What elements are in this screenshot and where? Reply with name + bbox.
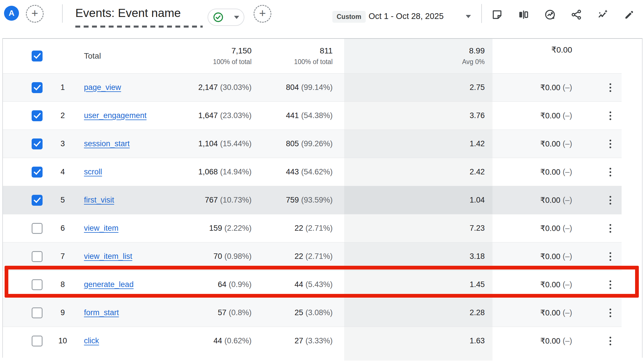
row-rank: 10	[45, 327, 80, 355]
total-revenue: ₹0.00	[551, 45, 572, 55]
event-count-pct: (10.73%)	[220, 196, 252, 205]
row-menu-kebab[interactable]	[608, 110, 612, 121]
dimension-validity-dropdown[interactable]	[208, 9, 244, 26]
event-name-link[interactable]: view_item_list	[84, 252, 132, 261]
insights-icon[interactable]	[544, 9, 556, 21]
row-menu-kebab[interactable]	[608, 307, 612, 318]
row-checkbox[interactable]	[32, 336, 43, 346]
report-title[interactable]: Events: Event name	[75, 6, 181, 20]
row-menu-kebab[interactable]	[608, 251, 612, 262]
add-metric-button[interactable]: +	[254, 5, 271, 23]
total-revenue-note: (–)	[563, 252, 572, 261]
table-footer-strip	[3, 355, 622, 361]
table-row: 1 page_view 2,147 (30.03%) 804 (99.14%) …	[3, 73, 622, 101]
row-checkbox[interactable]	[32, 279, 43, 290]
row-checkbox[interactable]	[32, 110, 43, 121]
plus-icon: +	[259, 7, 266, 19]
event-count: 2,147	[198, 83, 218, 92]
event-count-per-user: 3.18	[469, 252, 485, 261]
row-checkbox[interactable]	[32, 307, 43, 318]
total-users-value: 22	[294, 252, 303, 261]
event-count-per-user: 1.45	[469, 280, 485, 289]
event-name-link[interactable]: view_item	[84, 224, 118, 233]
add-comparison-button[interactable]: +	[26, 5, 44, 23]
edit-icon[interactable]	[623, 9, 635, 21]
event-name-link[interactable]: form_start	[84, 308, 119, 317]
row-menu-kebab[interactable]	[608, 82, 612, 93]
event-name-link[interactable]: first_visit	[84, 196, 114, 205]
date-range-selector[interactable]: Oct 1 - Oct 28, 2025	[369, 11, 444, 21]
event-count-pct: (14.94%)	[220, 167, 252, 176]
event-count-pct: (15.44%)	[220, 139, 252, 148]
plus-icon: +	[31, 7, 38, 19]
row-menu-kebab[interactable]	[608, 223, 612, 234]
total-per-user: 8.99	[469, 46, 485, 55]
sparkline-insights-icon[interactable]	[597, 9, 609, 21]
event-count-per-user: 7.23	[469, 224, 485, 233]
total-users-sub: 100% of total	[294, 58, 333, 66]
share-icon[interactable]	[570, 9, 582, 21]
event-count: 1,104	[198, 139, 218, 148]
row-menu-kebab[interactable]	[608, 167, 612, 178]
total-revenue-note: (–)	[563, 111, 572, 120]
total-event-count: 7,150	[231, 46, 252, 55]
event-name-link[interactable]: page_view	[84, 83, 121, 92]
event-count-per-user: 3.76	[469, 111, 485, 120]
event-count-pct: (2.22%)	[224, 224, 252, 233]
table-body: 1 page_view 2,147 (30.03%) 804 (99.14%) …	[3, 73, 642, 355]
event-count-per-user: 1.63	[469, 336, 485, 345]
event-count: 70	[213, 252, 222, 261]
total-users-pct: (93.59%)	[301, 196, 333, 205]
row-checkbox[interactable]	[32, 82, 43, 93]
total-revenue-note: (–)	[563, 167, 572, 176]
total-revenue-note: (–)	[563, 336, 572, 345]
total-revenue-note: (–)	[563, 83, 572, 92]
row-menu-kebab[interactable]	[608, 279, 612, 290]
table-row: 7 view_item_list 70 (0.98%) 22 (2.71%) 3…	[3, 242, 622, 270]
total-users-pct: (99.14%)	[301, 83, 333, 92]
avatar[interactable]: A	[4, 6, 19, 21]
row-checkbox[interactable]	[32, 138, 43, 149]
add-note-icon[interactable]	[491, 9, 503, 21]
table-total-row: Total 7,150 100% of total 811 100% of to…	[3, 39, 622, 73]
total-revenue-note: (–)	[563, 280, 572, 289]
row-rank: 5	[45, 186, 80, 214]
event-count-per-user: 2.42	[469, 167, 485, 176]
row-rank: 1	[45, 74, 80, 101]
event-count: 767	[205, 196, 218, 205]
event-count-per-user: 2.28	[469, 308, 485, 317]
event-count: 1,068	[198, 167, 218, 176]
row-rank: 9	[45, 299, 80, 327]
total-revenue-value: ₹0.00	[540, 336, 560, 346]
row-checkbox[interactable]	[32, 195, 43, 206]
total-users-value: 27	[294, 336, 303, 345]
total-users-value: 443	[286, 167, 299, 176]
row-menu-kebab[interactable]	[608, 138, 612, 149]
event-count-per-user: 1.04	[469, 196, 485, 205]
select-all-checkbox[interactable]	[32, 51, 43, 61]
row-menu-kebab[interactable]	[608, 195, 612, 206]
event-name-link[interactable]: generate_lead	[84, 280, 134, 289]
event-name-link[interactable]: user_engagement	[84, 111, 147, 120]
event-count: 159	[209, 224, 222, 233]
total-users-value: 759	[286, 196, 299, 205]
total-users-value: 22	[294, 224, 303, 233]
event-name-link[interactable]: click	[84, 336, 99, 345]
table-row: 6 view_item 159 (2.22%) 22 (2.71%) 7.23 …	[3, 214, 622, 242]
event-name-link[interactable]: scroll	[84, 167, 102, 176]
events-table: Total 7,150 100% of total 811 100% of to…	[2, 38, 643, 358]
event-name-link[interactable]: session_start	[84, 139, 130, 148]
total-per-user-sub: Avg 0%	[462, 58, 485, 66]
row-checkbox[interactable]	[32, 167, 43, 178]
row-checkbox[interactable]	[32, 251, 43, 262]
total-revenue-value: ₹0.00	[540, 83, 560, 92]
event-count-pct: (0.8%)	[229, 308, 252, 317]
row-menu-kebab[interactable]	[608, 336, 612, 346]
event-count-pct: (30.03%)	[220, 83, 252, 92]
total-revenue-value: ₹0.00	[540, 139, 560, 149]
row-rank: 7	[45, 242, 80, 270]
compare-icon[interactable]	[518, 9, 530, 21]
row-checkbox[interactable]	[32, 223, 43, 234]
total-users-pct: (99.26%)	[301, 139, 333, 148]
total-users-pct: (2.71%)	[305, 224, 333, 233]
